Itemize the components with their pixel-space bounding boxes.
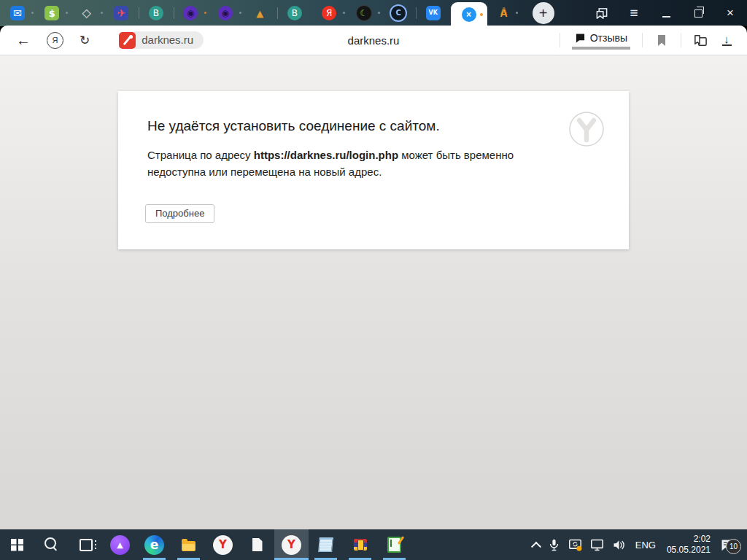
toolbar-separator: [681, 33, 681, 47]
sparkle-a-icon: А: [500, 7, 507, 19]
tab-favicon: В: [149, 6, 163, 20]
tray-expand-icon[interactable]: [531, 542, 541, 552]
text-editor-button[interactable]: [377, 529, 411, 560]
tab-notification-dot: [343, 12, 345, 14]
tab-dollar[interactable]: $: [35, 0, 70, 26]
search-button[interactable]: [34, 529, 69, 560]
minimize-button[interactable]: [659, 7, 673, 20]
tab-favicon: ▲: [252, 6, 267, 20]
toolbar-separator: [642, 33, 643, 47]
tab-notification-dot: [204, 12, 206, 14]
tab-comet[interactable]: ◉: [174, 0, 209, 26]
active-tab-notification-dot: [480, 13, 483, 16]
tab-notification-dot: [66, 12, 68, 14]
tab-notification-dot: [378, 12, 380, 14]
download-icon: ↓: [724, 34, 729, 44]
details-button[interactable]: Подробнее: [145, 204, 214, 223]
close-button[interactable]: ×: [724, 7, 737, 20]
start-button[interactable]: [0, 529, 34, 560]
back-button[interactable]: ←: [16, 32, 31, 49]
menu-button[interactable]: ≡: [627, 7, 640, 20]
document-button[interactable]: [240, 529, 274, 560]
tab-favicon: Я: [322, 6, 336, 20]
tab-favicon: ◇: [80, 6, 94, 20]
restore-button[interactable]: [692, 7, 705, 20]
refresh-button[interactable]: ↻: [80, 33, 90, 47]
tray-date: 05.05.2021: [667, 545, 711, 556]
toolbar-separator: [560, 33, 560, 47]
yandex-home-button[interactable]: Я: [47, 32, 63, 49]
page-content: Не удаётся установить соединение с сайто…: [0, 55, 747, 529]
update-icon[interactable]: [568, 539, 582, 551]
download-button[interactable]: ↓: [719, 33, 734, 47]
tab-notification-dot: [101, 12, 103, 14]
new-tab-button[interactable]: +: [533, 2, 554, 24]
taskbar-apps: ▲ e Y Y: [0, 529, 411, 560]
tab-moon[interactable]: ☾: [347, 0, 382, 26]
system-tray: ENG 2:02 05.05.2021 10: [533, 534, 747, 556]
language-indicator[interactable]: ENG: [634, 540, 657, 551]
tab-sparkle-a[interactable]: А: [487, 0, 521, 26]
tab-vk[interactable]: VK: [416, 0, 451, 26]
active-tab-favicon: ×: [462, 7, 476, 22]
tab-notification-dot: [516, 12, 518, 14]
task-view-button[interactable]: [69, 529, 103, 560]
address-bar[interactable]: darknes.ru: [119, 31, 204, 49]
tab-favicon: В: [287, 6, 302, 20]
tab-favicon: ◉: [183, 6, 198, 20]
tab-flame[interactable]: ▲: [243, 0, 278, 26]
tab-favicon: ✉: [10, 6, 25, 20]
tab-favicon: ◉: [218, 6, 233, 20]
url-text[interactable]: darknes.ru: [134, 31, 204, 49]
screen: ✉ $ ◇ ✈ В ◉ ◉: [0, 0, 747, 560]
error-card: Не удаётся установить соединение с сайто…: [118, 91, 629, 249]
close-icon: ×: [727, 6, 734, 20]
tab-favicon: C: [390, 4, 407, 22]
volume-icon[interactable]: [612, 539, 626, 551]
tab-notification-dot: [31, 12, 34, 14]
microphone-icon[interactable]: [548, 538, 560, 552]
tab-favicon: VK: [426, 6, 441, 20]
protect-disabled-icon[interactable]: [119, 32, 136, 49]
toolbar-right: Отзывы ↓: [560, 31, 747, 50]
alice-button[interactable]: ▲: [103, 529, 137, 560]
tab-diamond[interactable]: ◇: [69, 0, 104, 26]
active-tab[interactable]: ×: [451, 2, 487, 26]
pinned-tabs-strip: ✉ $ ◇ ✈ В ◉ ◉: [0, 0, 451, 26]
yandex-browser-logo: [568, 111, 605, 150]
clock[interactable]: 2:02 05.05.2021: [665, 534, 712, 556]
tab-yandex[interactable]: Я: [312, 0, 347, 26]
error-title: Не удаётся установить соединение с сайто…: [118, 91, 629, 134]
tab-shield-c[interactable]: C: [382, 0, 417, 26]
notification-center-icon[interactable]: 10: [720, 539, 734, 551]
tab-panels-icon[interactable]: [595, 7, 608, 20]
toolbar-left: ← Я ↻ darknes.ru: [0, 31, 204, 49]
windows-taskbar: ▲ e Y Y: [0, 529, 747, 560]
reviews-button[interactable]: Отзывы: [572, 31, 630, 50]
tab-plane[interactable]: ✈: [104, 0, 139, 26]
speech-bubble-icon: [575, 33, 586, 43]
file-explorer-button[interactable]: [171, 529, 206, 560]
tab-favicon: $: [44, 6, 59, 20]
minimize-icon: [662, 15, 670, 18]
notepad-button[interactable]: [309, 529, 343, 560]
bookmark-icon: [657, 34, 667, 47]
tray-time: 2:02: [667, 534, 711, 545]
yandex-browser-pinned-button[interactable]: Y: [206, 529, 240, 560]
tab-letter-b[interactable]: В: [139, 0, 174, 26]
edge-button[interactable]: e: [137, 529, 171, 560]
bookmark-button[interactable]: [654, 33, 669, 47]
collections-button[interactable]: [693, 33, 708, 47]
network-icon[interactable]: [590, 539, 604, 551]
winrar-button[interactable]: [343, 529, 377, 560]
notification-count-badge: 10: [726, 539, 741, 554]
error-message: Страница по адресу https://darknes.ru/lo…: [118, 147, 545, 180]
browser-toolbar: ← Я ↻ darknes.ru darknes.ru Отзывы: [0, 26, 747, 55]
yandex-browser-active-button[interactable]: Y: [274, 529, 309, 560]
tab-mail[interactable]: ✉: [0, 0, 35, 26]
tab-favicon: ☾: [356, 5, 372, 21]
tab-notification-dot: [239, 12, 241, 14]
tab-bar: ✉ $ ◇ ✈ В ◉ ◉: [0, 0, 747, 26]
tab-letter-b-2[interactable]: В: [277, 0, 312, 26]
tab-comet-2[interactable]: ◉: [208, 0, 243, 26]
